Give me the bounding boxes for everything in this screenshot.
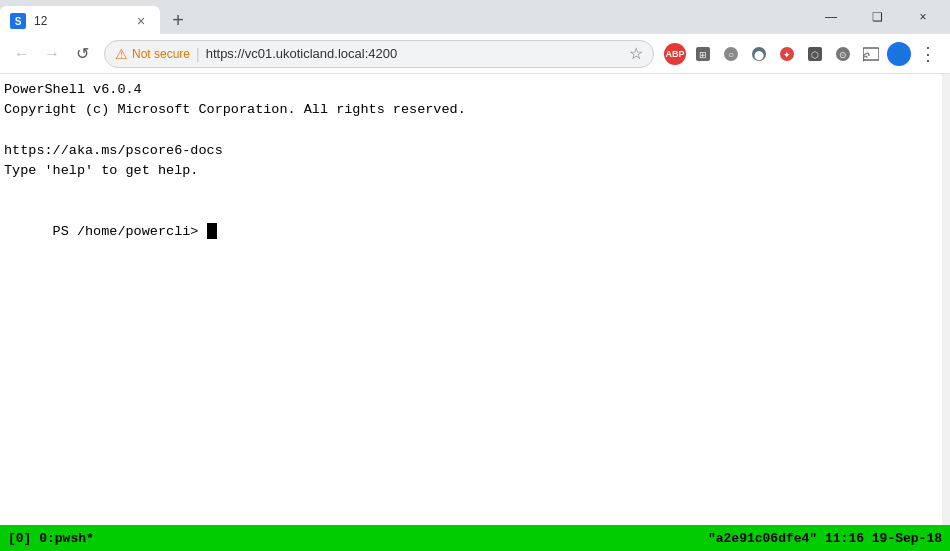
extension-icon-4[interactable]: ✦ <box>774 41 800 67</box>
scrollbar[interactable] <box>942 74 950 525</box>
window-controls: — ❑ × <box>808 0 950 34</box>
extension-svg-2: ○ <box>723 46 739 62</box>
statusbar: [0] 0:pwsh* "a2e91c06dfe4" 11:16 19-Sep-… <box>0 525 950 551</box>
active-tab[interactable]: S 12 × <box>0 6 160 36</box>
extension-svg-4: ✦ <box>779 46 795 62</box>
extension-icon-2[interactable]: ○ <box>718 41 744 67</box>
cast-icon[interactable] <box>858 41 884 67</box>
back-button[interactable]: ← <box>8 40 36 68</box>
profile-button[interactable]: 👤 <box>886 41 912 67</box>
warning-icon: ⚠ <box>115 46 128 62</box>
browser-window: S 12 × + — ❑ × ← → ↺ ⚠ Not secure | http… <box>0 0 950 551</box>
svg-text:⬤: ⬤ <box>754 50 764 61</box>
terminal-line-4: https://aka.ms/pscore6-docs <box>4 141 944 161</box>
bookmark-icon[interactable]: ☆ <box>629 44 643 63</box>
extension-icon-3[interactable]: ⬤ <box>746 41 772 67</box>
terminal-content[interactable]: PowerShell v6.0.4 Copyright (c) Microsof… <box>0 74 950 525</box>
extension-svg-3: ⬤ <box>751 46 767 62</box>
svg-text:✦: ✦ <box>783 50 791 60</box>
new-tab-button[interactable]: + <box>164 6 192 34</box>
url-text: https://vc01.ukoticland.local:4200 <box>206 46 623 61</box>
navbar: ← → ↺ ⚠ Not secure | https://vc01.ukotic… <box>0 34 950 74</box>
terminal-line-3 <box>4 121 944 141</box>
refresh-button[interactable]: ↺ <box>68 40 96 68</box>
tab-bar: S 12 × + <box>0 0 808 34</box>
titlebar: S 12 × + — ❑ × <box>0 0 950 34</box>
terminal-prompt: PS /home/powercli> <box>53 224 207 239</box>
address-bar[interactable]: ⚠ Not secure | https://vc01.ukoticland.l… <box>104 40 654 68</box>
terminal-line-6 <box>4 181 944 201</box>
cast-svg <box>863 46 879 62</box>
svg-text:⬡: ⬡ <box>811 50 819 60</box>
terminal-prompt-line: PS /home/powercli> <box>4 202 944 263</box>
svg-text:○: ○ <box>728 49 734 60</box>
tab-favicon: S <box>10 13 26 29</box>
terminal-cursor <box>207 223 217 239</box>
chrome-menu-button[interactable]: ⋮ <box>914 40 942 68</box>
profile-avatar: 👤 <box>887 42 911 66</box>
security-warning: ⚠ Not secure <box>115 46 190 62</box>
separator: | <box>196 46 200 62</box>
toolbar-icons: ABP ⊞ ○ ⬤ ✦ ⬡ ⊙ 👤 <box>662 40 942 68</box>
security-text: Not secure <box>132 47 190 61</box>
extension-icon-5[interactable]: ⬡ <box>802 41 828 67</box>
extension-svg-1: ⊞ <box>695 46 711 62</box>
tab-close-button[interactable]: × <box>132 12 150 30</box>
terminal-line-5: Type 'help' to get help. <box>4 161 944 181</box>
favicon-text: S <box>15 16 22 27</box>
svg-text:⊞: ⊞ <box>699 50 707 60</box>
tab-title: 12 <box>34 14 126 28</box>
extension-icon-6[interactable]: ⊙ <box>830 41 856 67</box>
svg-text:⊙: ⊙ <box>839 50 847 60</box>
svg-point-13 <box>863 58 865 61</box>
minimize-button[interactable]: — <box>808 0 854 34</box>
maximize-button[interactable]: ❑ <box>854 0 900 34</box>
window-close-button[interactable]: × <box>900 0 946 34</box>
abp-icon: ABP <box>664 43 686 65</box>
status-left: [0] 0:pwsh* <box>8 531 94 546</box>
forward-button[interactable]: → <box>38 40 66 68</box>
extension-svg-6: ⊙ <box>835 46 851 62</box>
terminal-line-2: Copyright (c) Microsoft Corporation. All… <box>4 100 944 120</box>
status-right: "a2e91c06dfe4" 11:16 19-Sep-18 <box>708 531 942 546</box>
extension-svg-5: ⬡ <box>807 46 823 62</box>
abp-button[interactable]: ABP <box>662 41 688 67</box>
terminal-line-1: PowerShell v6.0.4 <box>4 80 944 100</box>
extension-icon-1[interactable]: ⊞ <box>690 41 716 67</box>
